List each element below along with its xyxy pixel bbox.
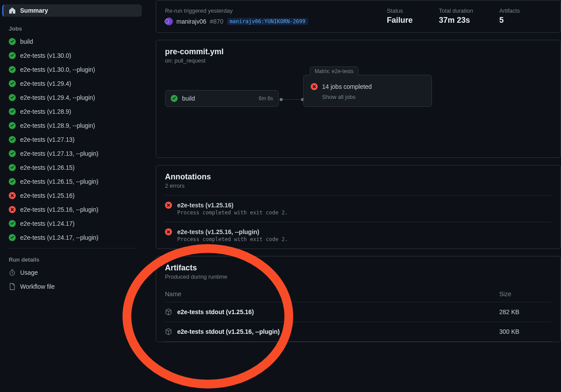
job-label: e2e-tests (v1.24.17): [20, 220, 75, 227]
duration-label: Total duration: [439, 7, 473, 14]
success-icon: [9, 178, 16, 185]
graph-build-node[interactable]: build 6m 6s: [165, 90, 279, 107]
file-icon: [9, 283, 16, 290]
summary-label: Summary: [20, 7, 48, 14]
run-detail-item[interactable]: Usage: [4, 266, 142, 279]
annotations-subtitle: 2 errors: [165, 182, 552, 189]
artifact-row[interactable]: e2e-tests stdout (v1.25.16, --plugin)300…: [165, 322, 552, 342]
house-icon: [9, 7, 16, 14]
artifacts-title: Artifacts: [165, 263, 552, 273]
sidebar-job-item[interactable]: e2e-tests (v1.24.17): [4, 217, 142, 230]
matrix-tab-label: Matrix: e2e-tests: [310, 66, 358, 76]
stopwatch-icon: [9, 269, 16, 276]
duration-value[interactable]: 37m 23s: [439, 16, 473, 25]
show-all-jobs-link[interactable]: Show all jobs: [322, 94, 424, 100]
failure-icon: [165, 202, 172, 209]
run-details-list: UsageWorkflow file: [4, 266, 142, 293]
success-icon: [9, 136, 16, 143]
job-label: e2e-tests (v1.25.16, --plugin): [20, 206, 98, 213]
artifacts-label: Artifacts: [499, 7, 552, 14]
avatar[interactable]: ҉: [165, 18, 173, 25]
detail-label: Usage: [20, 269, 38, 276]
success-icon: [9, 52, 16, 59]
matrix-summary-text: 14 jobs completed: [322, 83, 372, 90]
job-label: e2e-tests (v1.30.0): [20, 52, 71, 59]
sidebar-job-item[interactable]: e2e-tests (v1.30.0, --plugin): [4, 63, 142, 76]
job-label: build: [20, 38, 33, 45]
success-icon: [9, 66, 16, 73]
artifacts-size-col: Size: [499, 290, 552, 298]
sidebar-job-item[interactable]: build: [4, 35, 142, 48]
sidebar-job-item[interactable]: e2e-tests (v1.29.4, --plugin): [4, 91, 142, 104]
success-icon: [9, 122, 16, 129]
job-label: e2e-tests (v1.29.4): [20, 80, 71, 87]
sidebar-job-item[interactable]: e2e-tests (v1.28.9): [4, 105, 142, 118]
success-icon: [9, 108, 16, 115]
status-value: Failure: [387, 16, 413, 25]
sidebar-job-item[interactable]: e2e-tests (v1.25.16): [4, 189, 142, 202]
graph-matrix-node[interactable]: Matrix: e2e-tests 14 jobs completed Show…: [303, 75, 432, 107]
sidebar-job-item[interactable]: e2e-tests (v1.28.9, --plugin): [4, 119, 142, 132]
sidebar-job-item[interactable]: e2e-tests (v1.27.13, --plugin): [4, 147, 142, 160]
annotation-head: e2e-tests (v1.25.16, --plugin): [177, 228, 288, 235]
sidebar-job-item[interactable]: e2e-tests (v1.27.13): [4, 133, 142, 146]
artifact-row[interactable]: e2e-tests stdout (v1.25.16)282 KB: [165, 302, 552, 322]
job-label: e2e-tests (v1.28.9): [20, 108, 71, 115]
triggered-text: Re-run triggered yesterday: [165, 7, 361, 14]
success-icon: [9, 150, 16, 157]
failure-icon: [311, 83, 318, 90]
workflow-trigger-text: on: pull_request: [165, 57, 552, 64]
annotation-item[interactable]: e2e-tests (v1.25.16, --plugin)Process co…: [165, 222, 552, 248]
annotation-head: e2e-tests (v1.25.16): [177, 202, 288, 209]
sidebar-job-item[interactable]: e2e-tests (v1.30.0): [4, 49, 142, 62]
sidebar-job-item[interactable]: e2e-tests (v1.24.17, --plugin): [4, 231, 142, 244]
build-node-label: build: [182, 95, 195, 102]
workflow-graph-panel: pre-commit.yml on: pull_request build 6m…: [156, 40, 561, 158]
annotation-item[interactable]: e2e-tests (v1.25.16)Process completed wi…: [165, 195, 552, 222]
run-header-panel: Re-run triggered yesterday ҉ manirajv06 …: [156, 0, 561, 33]
main-content: Re-run triggered yesterday ҉ manirajv06 …: [149, 0, 561, 392]
artifacts-panel: Artifacts Produced during runtime Name S…: [156, 256, 561, 342]
success-icon: [9, 220, 16, 227]
artifact-size: 300 KB: [499, 328, 552, 335]
failure-icon: [9, 206, 16, 213]
failure-icon: [9, 192, 16, 199]
workflow-file-title[interactable]: pre-commit.yml: [165, 47, 552, 56]
job-label: e2e-tests (v1.27.13): [20, 136, 75, 143]
annotations-panel: Annotations 2 errors e2e-tests (v1.25.16…: [156, 165, 561, 249]
job-label: e2e-tests (v1.27.13, --plugin): [20, 150, 98, 157]
artifacts-value[interactable]: 5: [499, 16, 552, 25]
success-icon: [171, 95, 178, 102]
package-icon: [165, 308, 172, 315]
success-icon: [9, 80, 16, 87]
status-label: Status: [387, 7, 413, 14]
artifact-size: 282 KB: [499, 308, 552, 315]
job-label: e2e-tests (v1.24.17, --plugin): [20, 234, 98, 241]
sidebar-job-item[interactable]: e2e-tests (v1.26.15, --plugin): [4, 175, 142, 188]
sidebar-divider: [9, 248, 137, 248]
sidebar-job-item[interactable]: e2e-tests (v1.29.4): [4, 77, 142, 90]
sidebar-job-item[interactable]: e2e-tests (v1.25.16, --plugin): [4, 203, 142, 216]
job-label: e2e-tests (v1.26.15): [20, 164, 75, 171]
success-icon: [9, 38, 16, 45]
jobs-section-label: Jobs: [4, 22, 142, 35]
actor-link[interactable]: manirajv06: [176, 18, 206, 25]
job-label: e2e-tests (v1.25.16): [20, 192, 75, 199]
detail-label: Workflow file: [20, 283, 55, 290]
artifacts-subtitle: Produced during runtime: [165, 273, 552, 280]
job-label: e2e-tests (v1.30.0, --plugin): [20, 66, 95, 73]
package-icon: [165, 328, 172, 335]
branch-tag[interactable]: manirajv06:YUNIKORN-2699: [227, 18, 308, 25]
job-label: e2e-tests (v1.26.15, --plugin): [20, 178, 98, 185]
run-details-label: Run details: [4, 253, 142, 266]
success-icon: [9, 234, 16, 241]
run-detail-item[interactable]: Workflow file: [4, 280, 142, 293]
sidebar-summary[interactable]: Summary: [2, 4, 142, 17]
job-label: e2e-tests (v1.28.9, --plugin): [20, 122, 95, 129]
build-node-duration: 6m 6s: [259, 95, 273, 102]
artifact-name: e2e-tests stdout (v1.25.16, --plugin): [177, 328, 494, 335]
failure-icon: [165, 228, 172, 235]
artifact-name: e2e-tests stdout (v1.25.16): [177, 308, 494, 315]
sidebar-job-item[interactable]: e2e-tests (v1.26.15): [4, 161, 142, 174]
annotation-message: Process completed with exit code 2.: [177, 210, 288, 216]
